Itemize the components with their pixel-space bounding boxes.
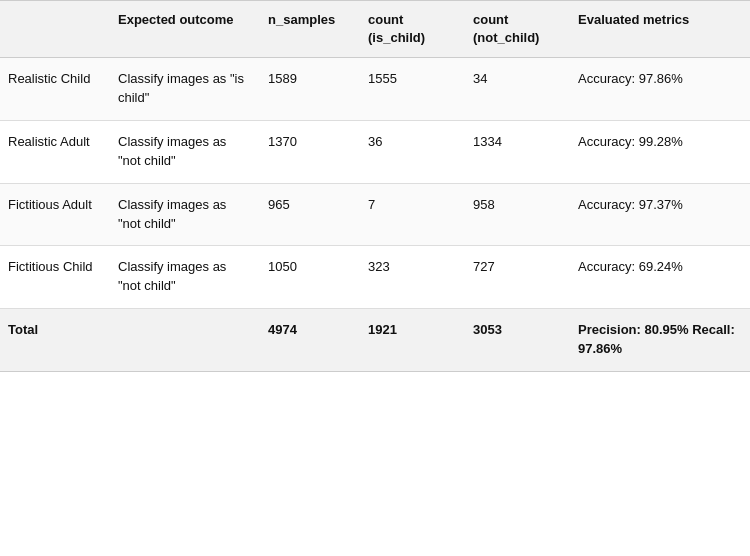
cell-expected-outcome: Classify images as "not child" bbox=[110, 246, 260, 309]
cell-count-not-child: 1334 bbox=[465, 121, 570, 184]
cell-count-is-child: 323 bbox=[360, 246, 465, 309]
total-expected bbox=[110, 309, 260, 372]
cell-category: Realistic Adult bbox=[0, 121, 110, 184]
cell-category: Realistic Child bbox=[0, 58, 110, 121]
header-n-samples: n_samples bbox=[260, 1, 360, 58]
cell-category: Fictitious Adult bbox=[0, 183, 110, 246]
header-category bbox=[0, 1, 110, 58]
cell-n-samples: 1370 bbox=[260, 121, 360, 184]
total-evaluated-metrics: Precision: 80.95% Recall: 97.86% bbox=[570, 309, 750, 372]
table-container: Expected outcome n_samples count (is_chi… bbox=[0, 0, 750, 372]
total-count-is-child: 1921 bbox=[360, 309, 465, 372]
cell-n-samples: 1589 bbox=[260, 58, 360, 121]
cell-count-is-child: 36 bbox=[360, 121, 465, 184]
table-row: Fictitious ChildClassify images as "not … bbox=[0, 246, 750, 309]
cell-evaluated-metrics: Accuracy: 99.28% bbox=[570, 121, 750, 184]
cell-n-samples: 965 bbox=[260, 183, 360, 246]
header-evaluated-metrics: Evaluated metrics bbox=[570, 1, 750, 58]
cell-count-is-child: 7 bbox=[360, 183, 465, 246]
cell-evaluated-metrics: Accuracy: 97.37% bbox=[570, 183, 750, 246]
cell-expected-outcome: Classify images as "not child" bbox=[110, 121, 260, 184]
cell-category: Fictitious Child bbox=[0, 246, 110, 309]
cell-evaluated-metrics: Accuracy: 97.86% bbox=[570, 58, 750, 121]
table-header-row: Expected outcome n_samples count (is_chi… bbox=[0, 1, 750, 58]
header-expected-outcome: Expected outcome bbox=[110, 1, 260, 58]
table-row: Fictitious AdultClassify images as "not … bbox=[0, 183, 750, 246]
results-table: Expected outcome n_samples count (is_chi… bbox=[0, 0, 750, 372]
total-label: Total bbox=[0, 309, 110, 372]
cell-count-not-child: 958 bbox=[465, 183, 570, 246]
cell-expected-outcome: Classify images as "not child" bbox=[110, 183, 260, 246]
total-n-samples: 4974 bbox=[260, 309, 360, 372]
total-row: Total497419213053Precision: 80.95% Recal… bbox=[0, 309, 750, 372]
cell-count-not-child: 34 bbox=[465, 58, 570, 121]
header-count-not-child: count (not_child) bbox=[465, 1, 570, 58]
table-row: Realistic AdultClassify images as "not c… bbox=[0, 121, 750, 184]
table-row: Realistic ChildClassify images as "is ch… bbox=[0, 58, 750, 121]
cell-count-not-child: 727 bbox=[465, 246, 570, 309]
cell-evaluated-metrics: Accuracy: 69.24% bbox=[570, 246, 750, 309]
total-count-not-child: 3053 bbox=[465, 309, 570, 372]
cell-count-is-child: 1555 bbox=[360, 58, 465, 121]
cell-expected-outcome: Classify images as "is child" bbox=[110, 58, 260, 121]
header-count-is-child: count (is_child) bbox=[360, 1, 465, 58]
cell-n-samples: 1050 bbox=[260, 246, 360, 309]
